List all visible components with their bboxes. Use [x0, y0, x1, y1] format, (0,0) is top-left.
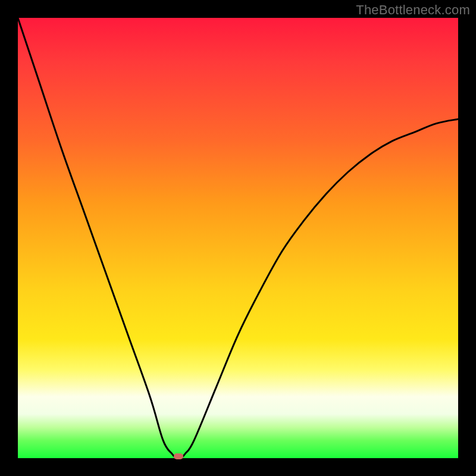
watermark-text: TheBottleneck.com: [356, 2, 470, 18]
bottleneck-curve: [18, 18, 458, 458]
plot-area: [18, 18, 458, 458]
minimum-marker: [174, 453, 183, 459]
chart-frame: TheBottleneck.com: [0, 0, 476, 476]
